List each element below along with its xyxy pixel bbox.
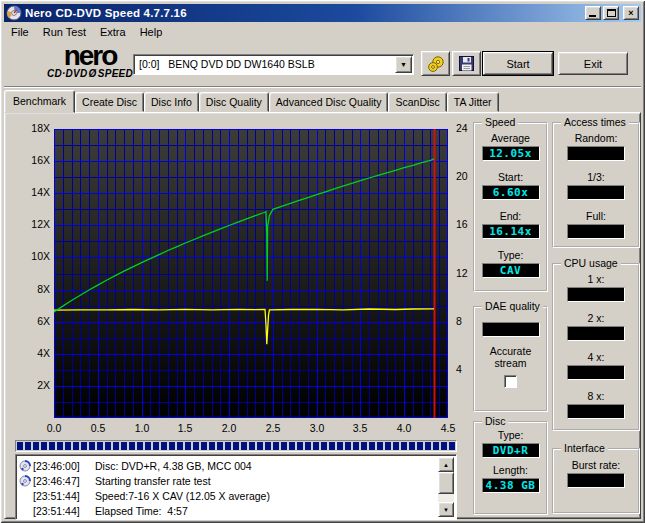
discs-icon bbox=[426, 55, 446, 73]
speed-panel-title: Speed bbox=[482, 116, 518, 128]
log-message: Disc: DVD+R, 4.38 GB, MCC 004 bbox=[95, 460, 454, 472]
access-times-title: Access times bbox=[561, 116, 629, 128]
log-row: [23:46:47] Starting transfer rate test bbox=[19, 473, 454, 488]
axis-tick-label: 18X bbox=[17, 122, 50, 134]
scrollbar-thumb[interactable] bbox=[438, 472, 454, 494]
window-title: Nero CD-DVD Speed 4.7.7.16 bbox=[25, 7, 585, 19]
tab-strip: BenchmarkCreate DiscDisc InfoDisc Qualit… bbox=[4, 90, 641, 112]
discs-button[interactable] bbox=[421, 51, 450, 76]
axis-tick-label: 3.5 bbox=[346, 422, 374, 434]
axis-tick-label: 3.0 bbox=[303, 422, 331, 434]
axis-tick-label: 2.5 bbox=[259, 422, 287, 434]
log-box[interactable]: [23:46:00] Disc: DVD+R, 4.38 GB, MCC 004… bbox=[15, 454, 457, 520]
one-third-label: 1/3: bbox=[554, 171, 638, 183]
menu-extra[interactable]: Extra bbox=[93, 25, 133, 39]
average-label: Average bbox=[475, 132, 546, 144]
accurate-stream-label: Accuratestream bbox=[475, 345, 546, 369]
close-button[interactable]: × bbox=[623, 6, 639, 20]
dae-quality-title: DAE quality bbox=[482, 300, 543, 312]
tab-create-disc[interactable]: Create Disc bbox=[75, 92, 144, 112]
dropdown-arrow-icon[interactable]: ▼ bbox=[395, 56, 412, 73]
cpu-1x-value bbox=[567, 287, 625, 302]
disc-panel: Disc Type:DVD+R Length:4.38 GB bbox=[473, 421, 548, 515]
cpu-4x-value bbox=[567, 365, 625, 380]
axis-tick-label: 8X bbox=[17, 283, 50, 295]
minimize-icon bbox=[589, 15, 596, 17]
disc-info-icon bbox=[19, 475, 33, 487]
axis-tick-label: 10X bbox=[17, 250, 50, 262]
menu-run-test[interactable]: Run Test bbox=[36, 25, 93, 39]
save-button[interactable] bbox=[452, 51, 481, 76]
axis-tick-label: 0.5 bbox=[84, 422, 112, 434]
axis-tick-label: 1.5 bbox=[171, 422, 199, 434]
menu-file[interactable]: File bbox=[4, 25, 36, 39]
random-label: Random: bbox=[554, 132, 638, 144]
benchmark-page: 18X16X14X12X10X8X6X4X2X 2420161284 0.00.… bbox=[4, 112, 641, 519]
disc-glyph-icon: Ø bbox=[88, 68, 98, 79]
menu-help[interactable]: Help bbox=[133, 25, 170, 39]
scrollbar-down-button[interactable]: ▼ bbox=[438, 502, 454, 517]
log-row: [23:51:44] Elapsed Time: 4:57 bbox=[19, 503, 454, 518]
interface-panel: Interface Burst rate: bbox=[552, 448, 640, 514]
start-speed-value: 6.60x bbox=[482, 185, 540, 200]
progress-bar-fill bbox=[17, 442, 455, 450]
tab-disc-info[interactable]: Disc Info bbox=[144, 92, 199, 112]
benchmark-plot bbox=[54, 129, 448, 418]
drive-selector[interactable]: [0:0] BENQ DVD DD DW1640 BSLB ▼ bbox=[133, 54, 414, 75]
cpu-usage-title: CPU usage bbox=[561, 257, 621, 269]
nero-logo-wordmark: nero bbox=[34, 43, 146, 68]
interface-title: Interface bbox=[561, 442, 608, 454]
end-label: End: bbox=[475, 210, 546, 222]
disc-type-value: DVD+R bbox=[482, 443, 540, 458]
burst-rate-value bbox=[567, 473, 625, 488]
tab-disc-quality[interactable]: Disc Quality bbox=[199, 92, 269, 112]
start-button[interactable]: Start bbox=[483, 52, 553, 75]
maximize-icon bbox=[607, 9, 616, 17]
nero-logo-subtitle: CD·DVDØSPEED bbox=[34, 68, 146, 79]
axis-tick-label: 4.0 bbox=[390, 422, 418, 434]
cpu-4x-label: 4 x: bbox=[554, 351, 638, 363]
axis-tick-label: 0.0 bbox=[40, 422, 68, 434]
app-icon bbox=[6, 5, 22, 21]
cpu-1x-label: 1 x: bbox=[554, 273, 638, 285]
speed-panel: Speed Average12.05x Start:6.60x End:16.1… bbox=[473, 122, 548, 292]
log-time: [23:46:00] bbox=[33, 460, 95, 472]
log-message: Starting transfer rate test bbox=[95, 475, 454, 487]
toolbar: nero CD·DVDØSPEED [0:0] BENQ DVD DD DW16… bbox=[4, 41, 641, 87]
title-bar[interactable]: Nero CD-DVD Speed 4.7.7.16 × bbox=[4, 4, 641, 22]
drive-selector-value: [0:0] BENQ DVD DD DW1640 BSLB bbox=[139, 58, 315, 70]
disc-length-label: Length: bbox=[475, 464, 546, 476]
cpu-2x-label: 2 x: bbox=[554, 312, 638, 324]
log-message: Speed:7-16 X CAV (12.05 X average) bbox=[95, 490, 454, 502]
exit-button[interactable]: Exit bbox=[558, 52, 628, 75]
disc-length-value: 4.38 GB bbox=[482, 478, 540, 493]
tab-ta-jitter[interactable]: TA Jitter bbox=[447, 92, 499, 112]
axis-tick-label: 16X bbox=[17, 154, 50, 166]
axis-tick-label: 1.0 bbox=[128, 422, 156, 434]
axis-tick-label: 14X bbox=[17, 186, 50, 198]
maximize-button[interactable] bbox=[603, 6, 619, 20]
cpu-8x-value bbox=[567, 404, 625, 419]
floppy-save-icon bbox=[458, 55, 475, 72]
log-message: Elapsed Time: 4:57 bbox=[95, 505, 454, 517]
average-speed-value: 12.05x bbox=[482, 146, 540, 161]
burst-rate-label: Burst rate: bbox=[554, 459, 638, 471]
tab-scandisc[interactable]: ScanDisc bbox=[388, 92, 446, 112]
minimize-button[interactable] bbox=[585, 6, 601, 20]
log-row: [23:51:44] Speed:7-16 X CAV (12.05 X ave… bbox=[19, 488, 454, 503]
log-scrollbar[interactable]: ▲ ▼ bbox=[438, 457, 454, 517]
access-times-panel: Access times Random: 1/3: Full: bbox=[552, 122, 640, 248]
app-window: Nero CD-DVD Speed 4.7.7.16 × File Run Te… bbox=[0, 0, 645, 523]
axis-tick-label: 4.5 bbox=[434, 422, 462, 434]
accurate-stream-checkbox[interactable] bbox=[504, 375, 517, 388]
tab-advanced-disc-quality[interactable]: Advanced Disc Quality bbox=[269, 92, 389, 112]
cpu-2x-value bbox=[567, 326, 625, 341]
tab-benchmark[interactable]: Benchmark bbox=[4, 90, 75, 113]
scrollbar-up-button[interactable]: ▲ bbox=[438, 457, 454, 472]
disc-panel-title: Disc bbox=[482, 415, 508, 427]
cpu-8x-label: 8 x: bbox=[554, 390, 638, 402]
cpu-usage-panel: CPU usage 1 x: 2 x: 4 x: 8 x: bbox=[552, 263, 640, 431]
axis-tick-label: 4X bbox=[17, 347, 50, 359]
log-row: [23:46:00] Disc: DVD+R, 4.38 GB, MCC 004 bbox=[19, 458, 454, 473]
axis-tick-label: 2X bbox=[17, 379, 50, 391]
